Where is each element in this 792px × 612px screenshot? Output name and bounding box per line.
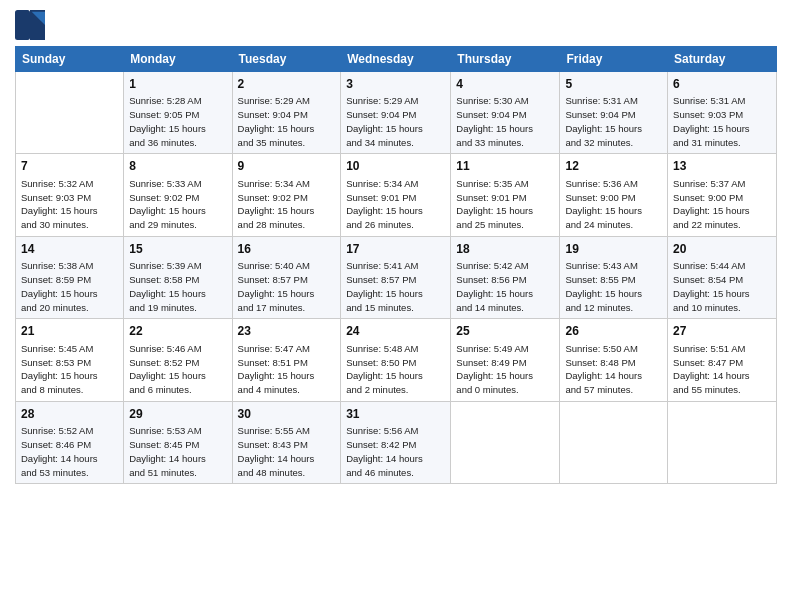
calendar-cell: 2Sunrise: 5:29 AMSunset: 9:04 PMDaylight… xyxy=(232,72,341,154)
day-number: 27 xyxy=(673,323,771,340)
calendar-cell: 14Sunrise: 5:38 AMSunset: 8:59 PMDayligh… xyxy=(16,236,124,318)
day-number: 24 xyxy=(346,323,445,340)
day-number: 26 xyxy=(565,323,662,340)
day-number: 10 xyxy=(346,158,445,175)
calendar-cell: 22Sunrise: 5:46 AMSunset: 8:52 PMDayligh… xyxy=(124,319,232,401)
day-number: 6 xyxy=(673,76,771,93)
calendar-cell xyxy=(560,401,668,483)
calendar-cell: 6Sunrise: 5:31 AMSunset: 9:03 PMDaylight… xyxy=(668,72,777,154)
calendar-week-5: 28Sunrise: 5:52 AMSunset: 8:46 PMDayligh… xyxy=(16,401,777,483)
day-number: 4 xyxy=(456,76,554,93)
calendar-cell: 11Sunrise: 5:35 AMSunset: 9:01 PMDayligh… xyxy=(451,154,560,236)
calendar-cell xyxy=(16,72,124,154)
calendar-week-2: 7Sunrise: 5:32 AMSunset: 9:03 PMDaylight… xyxy=(16,154,777,236)
calendar-cell: 25Sunrise: 5:49 AMSunset: 8:49 PMDayligh… xyxy=(451,319,560,401)
calendar-cell: 31Sunrise: 5:56 AMSunset: 8:42 PMDayligh… xyxy=(341,401,451,483)
day-number: 17 xyxy=(346,241,445,258)
calendar-week-3: 14Sunrise: 5:38 AMSunset: 8:59 PMDayligh… xyxy=(16,236,777,318)
calendar-cell: 15Sunrise: 5:39 AMSunset: 8:58 PMDayligh… xyxy=(124,236,232,318)
day-number: 12 xyxy=(565,158,662,175)
day-number: 1 xyxy=(129,76,226,93)
calendar-cell: 27Sunrise: 5:51 AMSunset: 8:47 PMDayligh… xyxy=(668,319,777,401)
calendar-cell: 24Sunrise: 5:48 AMSunset: 8:50 PMDayligh… xyxy=(341,319,451,401)
day-number: 25 xyxy=(456,323,554,340)
logo xyxy=(15,10,47,40)
day-number: 11 xyxy=(456,158,554,175)
calendar-cell: 16Sunrise: 5:40 AMSunset: 8:57 PMDayligh… xyxy=(232,236,341,318)
calendar-week-4: 21Sunrise: 5:45 AMSunset: 8:53 PMDayligh… xyxy=(16,319,777,401)
weekday-header-thursday: Thursday xyxy=(451,47,560,72)
weekday-header-tuesday: Tuesday xyxy=(232,47,341,72)
calendar-cell: 19Sunrise: 5:43 AMSunset: 8:55 PMDayligh… xyxy=(560,236,668,318)
day-number: 9 xyxy=(238,158,336,175)
day-number: 29 xyxy=(129,406,226,423)
svg-rect-1 xyxy=(15,10,30,40)
page: SundayMondayTuesdayWednesdayThursdayFrid… xyxy=(0,0,792,612)
calendar-cell: 23Sunrise: 5:47 AMSunset: 8:51 PMDayligh… xyxy=(232,319,341,401)
day-number: 8 xyxy=(129,158,226,175)
calendar-cell: 3Sunrise: 5:29 AMSunset: 9:04 PMDaylight… xyxy=(341,72,451,154)
weekday-header-monday: Monday xyxy=(124,47,232,72)
day-number: 21 xyxy=(21,323,118,340)
weekday-header-saturday: Saturday xyxy=(668,47,777,72)
calendar-cell: 4Sunrise: 5:30 AMSunset: 9:04 PMDaylight… xyxy=(451,72,560,154)
weekday-header-sunday: Sunday xyxy=(16,47,124,72)
day-number: 20 xyxy=(673,241,771,258)
calendar-week-1: 1Sunrise: 5:28 AMSunset: 9:05 PMDaylight… xyxy=(16,72,777,154)
calendar-cell: 30Sunrise: 5:55 AMSunset: 8:43 PMDayligh… xyxy=(232,401,341,483)
day-number: 2 xyxy=(238,76,336,93)
calendar-cell: 10Sunrise: 5:34 AMSunset: 9:01 PMDayligh… xyxy=(341,154,451,236)
calendar-cell xyxy=(668,401,777,483)
day-number: 15 xyxy=(129,241,226,258)
calendar-cell: 21Sunrise: 5:45 AMSunset: 8:53 PMDayligh… xyxy=(16,319,124,401)
calendar-cell: 26Sunrise: 5:50 AMSunset: 8:48 PMDayligh… xyxy=(560,319,668,401)
logo-icon xyxy=(15,10,45,40)
calendar-cell: 17Sunrise: 5:41 AMSunset: 8:57 PMDayligh… xyxy=(341,236,451,318)
calendar-cell: 20Sunrise: 5:44 AMSunset: 8:54 PMDayligh… xyxy=(668,236,777,318)
day-number: 3 xyxy=(346,76,445,93)
weekday-header-friday: Friday xyxy=(560,47,668,72)
calendar-cell: 28Sunrise: 5:52 AMSunset: 8:46 PMDayligh… xyxy=(16,401,124,483)
calendar-cell: 12Sunrise: 5:36 AMSunset: 9:00 PMDayligh… xyxy=(560,154,668,236)
day-number: 31 xyxy=(346,406,445,423)
calendar-header-row: SundayMondayTuesdayWednesdayThursdayFrid… xyxy=(16,47,777,72)
calendar-cell: 18Sunrise: 5:42 AMSunset: 8:56 PMDayligh… xyxy=(451,236,560,318)
weekday-header-wednesday: Wednesday xyxy=(341,47,451,72)
day-number: 7 xyxy=(21,158,118,175)
day-number: 19 xyxy=(565,241,662,258)
header xyxy=(15,10,777,40)
calendar-cell: 9Sunrise: 5:34 AMSunset: 9:02 PMDaylight… xyxy=(232,154,341,236)
day-number: 13 xyxy=(673,158,771,175)
calendar-table: SundayMondayTuesdayWednesdayThursdayFrid… xyxy=(15,46,777,484)
day-number: 22 xyxy=(129,323,226,340)
day-number: 18 xyxy=(456,241,554,258)
day-number: 23 xyxy=(238,323,336,340)
day-number: 28 xyxy=(21,406,118,423)
calendar-cell: 8Sunrise: 5:33 AMSunset: 9:02 PMDaylight… xyxy=(124,154,232,236)
day-number: 16 xyxy=(238,241,336,258)
day-number: 5 xyxy=(565,76,662,93)
calendar-cell: 5Sunrise: 5:31 AMSunset: 9:04 PMDaylight… xyxy=(560,72,668,154)
day-number: 30 xyxy=(238,406,336,423)
day-number: 14 xyxy=(21,241,118,258)
calendar-cell xyxy=(451,401,560,483)
calendar-cell: 7Sunrise: 5:32 AMSunset: 9:03 PMDaylight… xyxy=(16,154,124,236)
calendar-cell: 29Sunrise: 5:53 AMSunset: 8:45 PMDayligh… xyxy=(124,401,232,483)
calendar-cell: 13Sunrise: 5:37 AMSunset: 9:00 PMDayligh… xyxy=(668,154,777,236)
calendar-cell: 1Sunrise: 5:28 AMSunset: 9:05 PMDaylight… xyxy=(124,72,232,154)
